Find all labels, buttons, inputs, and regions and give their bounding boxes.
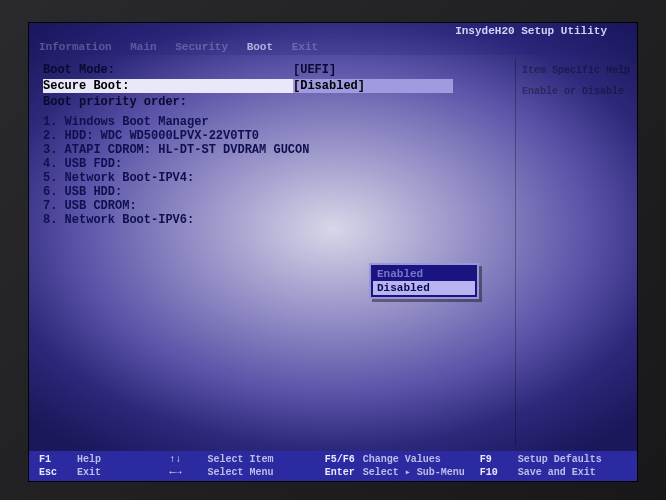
boot-item-3[interactable]: 3. ATAPI CDROM: HL-DT-ST DVDRAM GUCON [43,143,507,157]
boot-mode-value: [UEFI] [293,63,453,77]
help-panel-header: Item Specific Help [522,65,631,76]
footer-f1: F1HelpEscExit [39,453,162,479]
tab-main[interactable]: Main [130,41,156,53]
boot-item-6[interactable]: 6. USB HDD: [43,185,507,199]
boot-priority-label: Boot priority order: [43,95,293,109]
popup-option-disabled[interactable]: Disabled [373,281,475,295]
boot-item-5[interactable]: 5. Network Boot-IPV4: [43,171,507,185]
tab-information[interactable]: Information [39,41,112,53]
main-content: Boot Mode: [UEFI] Secure Boot: [Disabled… [43,63,507,441]
tab-bar[interactable]: Information Main Security Boot Exit [29,39,637,55]
popup-option-enabled[interactable]: Enabled [373,267,475,281]
secure-boot-popup[interactable]: Enabled Disabled [369,263,479,299]
bios-screen: InsydeH20 Setup Utility Information Main… [28,22,638,482]
boot-priority-header: Boot priority order: [43,95,507,109]
boot-mode-row[interactable]: Boot Mode: [UEFI] [43,63,507,77]
footer-select-item: ↑↓Select Item←→Select Menu [170,453,317,479]
secure-boot-value: [Disabled] [293,79,453,93]
footer-change-values: F5/F6Change ValuesEnterSelect ▸ Sub-Menu [325,453,472,479]
title-bar: InsydeH20 Setup Utility [29,23,637,39]
utility-title: InsydeH20 Setup Utility [455,25,607,37]
help-panel-text: Enable or Disable [522,86,631,97]
boot-item-2[interactable]: 2. HDD: WDC WD5000LPVX-22V0TT0 [43,129,507,143]
boot-order-list[interactable]: 1. Windows Boot Manager 2. HDD: WDC WD50… [43,115,507,227]
secure-boot-row[interactable]: Secure Boot: [Disabled] [43,79,507,93]
boot-item-1[interactable]: 1. Windows Boot Manager [43,115,507,129]
secure-boot-label: Secure Boot: [43,79,293,93]
monitor-bezel: InsydeH20 Setup Utility Information Main… [0,0,666,500]
footer-defaults: F9Setup DefaultsF10Save and Exit [480,453,627,479]
boot-mode-label: Boot Mode: [43,63,293,77]
tab-exit[interactable]: Exit [292,41,318,53]
boot-item-4[interactable]: 4. USB FDD: [43,157,507,171]
boot-item-7[interactable]: 7. USB CDROM: [43,199,507,213]
boot-item-8[interactable]: 8. Network Boot-IPV6: [43,213,507,227]
help-panel: Item Specific Help Enable or Disable [515,59,637,445]
tab-boot[interactable]: Boot [247,41,273,53]
tab-security[interactable]: Security [175,41,228,53]
footer-bar: F1HelpEscExit ↑↓Select Item←→Select Menu… [29,451,637,481]
